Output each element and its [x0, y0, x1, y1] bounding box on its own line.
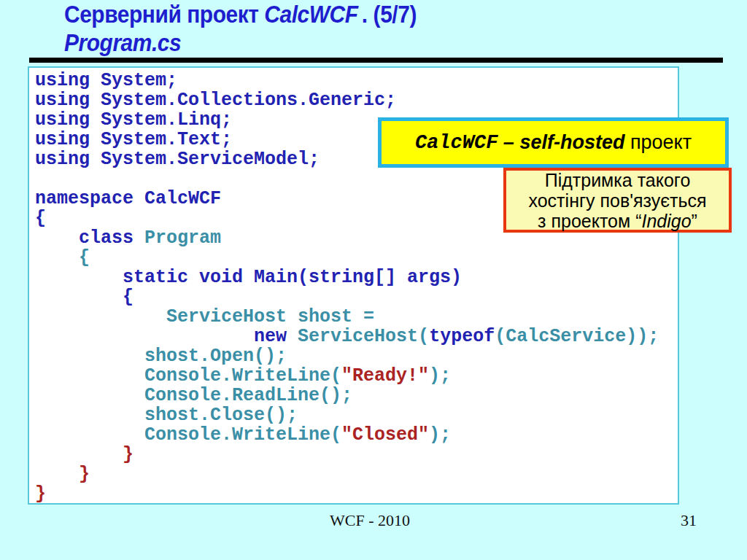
callout-normal-text: проект	[624, 131, 692, 154]
slide: Серверний проект CalcWCF. (5/7) Program.…	[0, 0, 747, 560]
slide-title-line1: Серверний проект CalcWCF. (5/7)	[64, 0, 417, 28]
code-line: new ServiceHost(typeof(CalcService));	[35, 327, 678, 346]
indigo-line1: Підтримка такого	[545, 170, 691, 190]
code-line: }	[35, 464, 678, 484]
slide-title: Серверний проект CalcWCF. (5/7) Program.…	[64, 0, 465, 57]
page-number: 31	[681, 511, 697, 530]
indigo-project-name: Indigo	[641, 211, 691, 231]
code-line: {	[35, 287, 678, 307]
indigo-line2: хостінгу пов'язується	[529, 190, 707, 211]
code-line: }	[35, 445, 678, 464]
title-counter: . (5/7)	[362, 0, 417, 28]
callout-dash: –	[498, 131, 519, 154]
callout-code-name: CalcWCF	[415, 132, 498, 154]
callout-self-hosted: CalcWCF – self-hosted проект	[378, 117, 729, 168]
code-line: static void Main(string[] args)	[35, 268, 678, 287]
code-line: shost.Close();	[35, 405, 678, 425]
code-line: using System;	[35, 71, 678, 90]
footer-label: WCF - 2010	[0, 511, 740, 530]
slide-title-line2: Program.cs	[64, 28, 417, 57]
code-line: Console.WriteLine("Ready!");	[35, 366, 678, 386]
title-text: Серверний проект	[64, 0, 264, 28]
code-line: {	[35, 248, 678, 268]
code-line: Console.ReadLine();	[35, 386, 678, 405]
code-line: Console.WriteLine("Closed");	[35, 425, 678, 445]
code-line: shost.Open();	[35, 346, 678, 366]
callout-indigo: Підтримка такого хостінгу пов'язується з…	[503, 168, 732, 233]
code-line: ServiceHost shost =	[35, 307, 678, 327]
title-divider-rule	[29, 58, 723, 63]
title-project-name: CalcWCF	[264, 0, 357, 28]
code-line: using System.Collections.Generic;	[35, 90, 678, 110]
callout-bold-text: self-hosted	[519, 131, 624, 154]
code-line: }	[35, 484, 678, 504]
indigo-line3: з проектом “Indigo”	[538, 211, 697, 231]
